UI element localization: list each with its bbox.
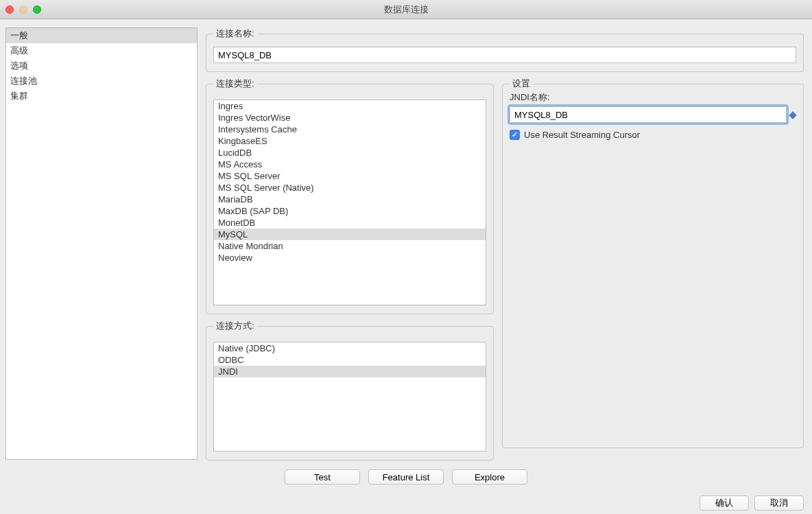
close-icon[interactable] — [5, 5, 14, 14]
streaming-cursor-label: Use Result Streaming Cursor — [524, 130, 640, 140]
zoom-icon[interactable] — [33, 5, 41, 14]
jndi-name-label: JNDI名称: — [510, 91, 796, 104]
list-item[interactable]: MaxDB (SAP DB) — [214, 205, 486, 217]
settings-legend: 设置 — [510, 78, 533, 90]
connection-type-legend: 连接类型: — [213, 78, 257, 90]
list-item[interactable]: MariaDB — [214, 194, 486, 205]
sidebar-item[interactable]: 高级 — [6, 43, 197, 58]
list-item[interactable]: JNDI — [214, 366, 486, 377]
dialog-footer: 确认 取消 — [0, 491, 812, 514]
connection-type-group: 连接类型: IngresIngres VectorWiseIntersystem… — [206, 78, 494, 314]
list-item[interactable]: MySQL — [214, 229, 486, 240]
list-item[interactable]: MS SQL Server (Native) — [214, 182, 486, 194]
cancel-button[interactable]: 取消 — [754, 495, 804, 511]
window-title: 数据库连接 — [384, 3, 429, 16]
test-button[interactable]: Test — [285, 469, 360, 484]
connection-method-legend: 连接方式: — [213, 320, 257, 332]
list-item[interactable]: Ingres — [214, 100, 486, 112]
connection-name-input[interactable] — [213, 47, 796, 63]
connection-method-list[interactable]: Native (JDBC)ODBCJNDI — [213, 342, 486, 452]
connection-type-list[interactable]: IngresIngres VectorWiseIntersystems Cach… — [213, 100, 486, 305]
main-panel: 连接名称: 连接类型: IngresIngres VectorWiseInter… — [206, 27, 804, 460]
ok-button[interactable]: 确认 — [700, 495, 749, 511]
list-item[interactable]: MS Access — [214, 159, 486, 170]
connection-name-legend: 连接名称: — [213, 27, 257, 40]
titlebar: 数据库连接 — [0, 0, 812, 19]
connection-method-group: 连接方式: Native (JDBC)ODBCJNDI — [206, 320, 494, 460]
list-item[interactable]: Native (JDBC) — [214, 342, 486, 354]
list-item[interactable]: ODBC — [214, 354, 486, 366]
list-item[interactable]: Neoview — [214, 252, 486, 264]
list-item[interactable]: Intersystems Cache — [214, 124, 486, 135]
window-controls — [5, 5, 41, 14]
action-button-row: Test Feature List Explore — [0, 465, 812, 491]
sidebar-item[interactable]: 选项 — [6, 58, 197, 73]
feature-list-button[interactable]: Feature List — [368, 469, 444, 484]
sidebar-item[interactable]: 一般 — [6, 28, 197, 43]
list-item[interactable]: LucidDB — [214, 147, 486, 159]
variable-icon[interactable] — [789, 112, 796, 119]
jndi-name-input[interactable] — [510, 106, 787, 123]
content-area: 一般高级选项连接池集群 连接名称: 连接类型: IngresIngres Vec… — [0, 19, 812, 465]
settings-group: 设置 JNDI名称: ✓ Use Result Streaming Cursor — [502, 78, 804, 448]
list-item[interactable]: KingbaseES — [214, 135, 486, 147]
category-sidebar: 一般高级选项连接池集群 — [5, 27, 198, 460]
list-item[interactable]: MS SQL Server — [214, 170, 486, 182]
minimize-icon[interactable] — [19, 5, 27, 14]
streaming-cursor-checkbox[interactable]: ✓ — [510, 130, 520, 140]
list-item[interactable]: Native Mondrian — [214, 240, 486, 252]
connection-name-group: 连接名称: — [206, 27, 804, 72]
sidebar-item[interactable]: 连接池 — [6, 73, 197, 89]
list-item[interactable]: Ingres VectorWise — [214, 112, 486, 124]
list-item[interactable]: MonetDB — [214, 217, 486, 229]
sidebar-item[interactable]: 集群 — [6, 89, 197, 104]
explore-button[interactable]: Explore — [452, 469, 527, 484]
